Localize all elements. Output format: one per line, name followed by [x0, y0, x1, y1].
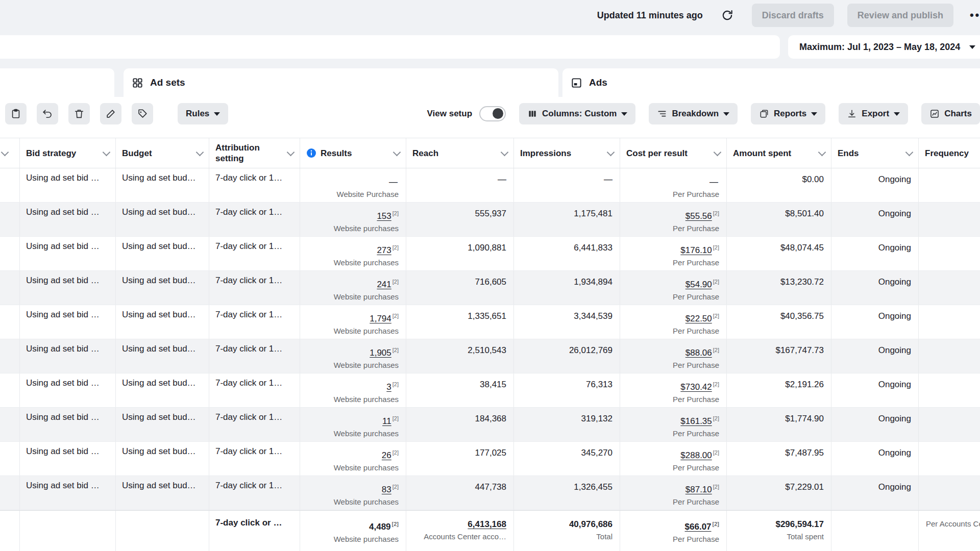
cost-per-result-value[interactable]: $176.10	[680, 245, 712, 255]
results-value[interactable]: 11	[382, 416, 391, 426]
row-cell-attribution: 7-day click or 1…	[209, 168, 300, 202]
results-value[interactable]: 241	[377, 280, 391, 289]
row-cell-budget: Using ad set bud…	[116, 271, 209, 305]
tag-button[interactable]	[132, 103, 153, 124]
results-value[interactable]: 26	[382, 450, 391, 460]
column-header-results[interactable]: Results	[300, 138, 406, 168]
column-header-attribution-setting[interactable]: Attribution setting	[209, 138, 300, 168]
charts-button[interactable]: Charts	[921, 103, 980, 124]
rules-button[interactable]: Rules	[178, 103, 228, 124]
results-value[interactable]: 1,905	[370, 348, 391, 358]
reports-icon	[759, 109, 769, 119]
row-cell-frequency	[919, 237, 980, 270]
caret-down-icon	[723, 112, 729, 116]
cost-per-result-value[interactable]: $88.06	[685, 348, 712, 358]
cost-per-result-value[interactable]: $22.50	[685, 314, 712, 323]
table-row[interactable]: Using ad set bid … Using ad set bud… 7-d…	[0, 476, 980, 510]
row-cell-reach: 447,738	[406, 476, 514, 510]
column-header-reach[interactable]: Reach	[406, 138, 514, 168]
table-row[interactable]: Using ad set bid … Using ad set bud… 7-d…	[0, 168, 980, 203]
view-setup-control: View setup	[427, 106, 506, 121]
row-cell-amount-spent: $167,747.73	[727, 339, 831, 373]
export-button[interactable]: Export	[839, 103, 908, 124]
breakdown-button[interactable]: Breakdown	[649, 103, 738, 124]
column-header-budget[interactable]: Budget	[116, 138, 209, 168]
table-row[interactable]: Using ad set bid … Using ad set bud… 7-d…	[0, 339, 980, 373]
columns-button[interactable]: Columns: Custom	[519, 103, 635, 124]
results-sub-label: Website purchases	[300, 462, 399, 473]
row-cell-results: 273[2] Website purchases	[300, 237, 406, 270]
tab-ads[interactable]: Ads	[562, 68, 980, 97]
column-header-frequency[interactable]: Frequency	[919, 138, 980, 168]
delete-button[interactable]	[68, 103, 90, 124]
results-value[interactable]: 3	[386, 382, 391, 392]
row-cell-results: — Website Purchase	[300, 168, 406, 202]
results-value[interactable]: 1,794	[370, 314, 391, 323]
top-bar: Updated 11 minutes ago Discard drafts Re…	[0, 0, 980, 31]
tab-campaigns-partial[interactable]	[0, 68, 114, 97]
column-header-impressions[interactable]: Impressions	[514, 138, 620, 168]
cost-per-result-value[interactable]: $87.10	[685, 485, 712, 494]
edit-button[interactable]	[100, 103, 121, 124]
results-value[interactable]: 83	[382, 485, 391, 494]
column-header-partial[interactable]	[0, 138, 20, 168]
cost-per-result-value[interactable]: $161.35	[680, 416, 712, 426]
grid-icon	[132, 77, 143, 89]
row-cell-impressions: —	[514, 168, 620, 202]
duplicate-button[interactable]	[5, 103, 27, 124]
column-header-amount-spent[interactable]: Amount spent	[727, 138, 831, 168]
discard-drafts-button[interactable]: Discard drafts	[752, 4, 834, 27]
cost-sub-label: Per Purchase	[620, 428, 719, 439]
table-row[interactable]: Using ad set bid … Using ad set bud… 7-d…	[0, 305, 980, 339]
row-cell-ends: Ongoing	[831, 408, 919, 441]
table-row[interactable]: Using ad set bid … Using ad set bud… 7-d…	[0, 237, 980, 271]
table-row[interactable]: Using ad set bid … Using ad set bud… 7-d…	[0, 373, 980, 408]
cost-per-result-value[interactable]: $730.42	[680, 382, 712, 392]
column-header-bid-strategy[interactable]: Bid strategy	[20, 138, 116, 168]
row-cell-results: 1,794[2] Website purchases	[300, 305, 406, 339]
chevron-down-icon	[501, 148, 509, 157]
row-cell-impressions: 6,441,833	[514, 237, 620, 270]
refresh-button[interactable]	[716, 4, 739, 27]
reports-button[interactable]: Reports	[751, 103, 825, 124]
info-icon[interactable]	[306, 148, 316, 158]
column-header-cost-per-result[interactable]: Cost per result	[620, 138, 727, 168]
cost-per-result-value[interactable]: $288.00	[680, 450, 712, 460]
review-and-publish-button[interactable]: Review and publish	[847, 4, 953, 27]
row-cell-budget: Using ad set bud…	[116, 237, 209, 270]
ads-manager-screen: Updated 11 minutes ago Discard drafts Re…	[0, 0, 980, 551]
results-value[interactable]: 273	[377, 245, 391, 255]
cost-total-value[interactable]: $66.07	[685, 522, 712, 532]
row-cell-results: 1,905[2] Website purchases	[300, 339, 406, 373]
table-row[interactable]: Using ad set bid … Using ad set bud… 7-d…	[0, 271, 980, 305]
totals-cell-bid	[20, 511, 116, 551]
cost-per-result-value[interactable]: —	[709, 177, 718, 187]
row-cell-frequency	[919, 168, 980, 202]
row-cell-attribution: 7-day click or 1…	[209, 408, 300, 441]
tab-ad-sets[interactable]: Ad sets	[124, 68, 558, 97]
undo-button[interactable]	[37, 103, 58, 124]
reach-total-value[interactable]: 6,413,168	[468, 519, 506, 529]
totals-cell-attribution: 7-day click or …	[209, 511, 300, 551]
row-cell-bid-strategy: Using ad set bid …	[20, 373, 116, 407]
results-value[interactable]: —	[389, 177, 398, 187]
results-sub-label: Website Purchase	[300, 188, 399, 200]
row-cell-reach: 1,335,651	[406, 305, 514, 339]
row-cell-attribution: 7-day click or 1…	[209, 271, 300, 305]
table-row[interactable]: Using ad set bid … Using ad set bud… 7-d…	[0, 203, 980, 237]
search-filter-input[interactable]	[0, 35, 780, 59]
row-cell-budget: Using ad set bud…	[116, 168, 209, 202]
view-setup-toggle[interactable]	[479, 106, 506, 121]
row-cell-attribution: 7-day click or 1…	[209, 476, 300, 510]
date-range-button[interactable]: Maximum: Jul 1, 2023 – May 18, 2024	[788, 35, 980, 59]
row-cell-budget: Using ad set bud…	[116, 476, 209, 510]
more-options-button[interactable]: •••	[967, 8, 980, 22]
results-value[interactable]: 153	[377, 211, 391, 221]
cost-per-result-value[interactable]: $54.90	[685, 280, 712, 289]
table-row[interactable]: Using ad set bid … Using ad set bud… 7-d…	[0, 442, 980, 476]
cost-per-result-value[interactable]: $55.56	[685, 211, 712, 221]
column-header-ends[interactable]: Ends	[831, 138, 919, 168]
charts-icon	[929, 109, 940, 119]
table-body: Using ad set bid … Using ad set bud… 7-d…	[0, 168, 980, 510]
table-row[interactable]: Using ad set bid … Using ad set bud… 7-d…	[0, 408, 980, 442]
